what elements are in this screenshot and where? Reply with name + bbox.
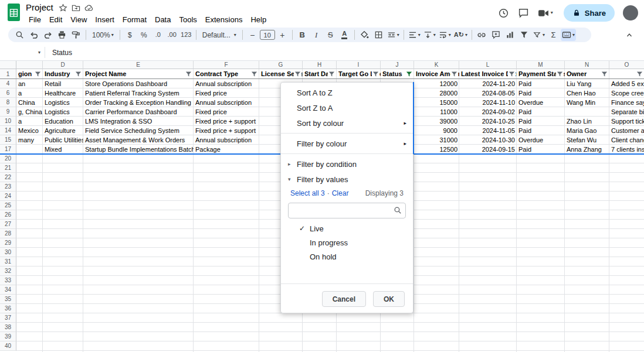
borders-button[interactable] <box>372 29 385 41</box>
column-filter-button-D[interactable] <box>74 70 82 78</box>
cell-D15[interactable]: Public Utilities <box>43 135 83 145</box>
cell-K4[interactable]: 12000 <box>414 79 459 88</box>
format-currency-button[interactable]: $ <box>123 29 137 41</box>
zoom-selector[interactable]: 100% ▾ <box>89 29 117 41</box>
cell-D4[interactable]: Retail <box>43 79 83 88</box>
paint-format-button[interactable] <box>69 29 83 41</box>
text-color-button[interactable]: A <box>338 29 351 41</box>
header-cell-F[interactable]: Contract Type <box>194 69 259 79</box>
column-filter-button-E[interactable] <box>185 70 192 78</box>
column-letter-N[interactable]: N <box>565 61 609 69</box>
cell-N8[interactable]: Wang Min <box>565 98 609 107</box>
cell-partial14[interactable]: Mexico <box>16 126 43 135</box>
format-percent-button[interactable]: % <box>137 29 151 41</box>
cell-O10[interactable]: Support tick <box>609 117 644 126</box>
menus-search-button[interactable] <box>13 29 26 41</box>
column-letter-G[interactable]: G <box>259 61 303 69</box>
row-header-32[interactable]: 32 <box>0 266 16 276</box>
menu-format[interactable]: Format <box>118 14 151 25</box>
cell-K14[interactable]: 9000 <box>414 126 459 135</box>
column-letter-J[interactable]: J <box>381 61 414 69</box>
insert-comment-button[interactable] <box>489 29 503 41</box>
bold-button[interactable]: B <box>296 29 309 41</box>
menu-data[interactable]: Data <box>151 14 175 25</box>
column-letter-L[interactable]: L <box>459 61 517 69</box>
column-letter-H[interactable]: H <box>303 61 337 69</box>
row-header-30[interactable]: 30 <box>0 248 16 257</box>
text-rotation-button[interactable]: A↻ ▾ <box>453 29 469 41</box>
sheets-logo-icon[interactable] <box>6 2 22 23</box>
cell-L15[interactable]: 2024-10-30 <box>459 135 517 145</box>
strikethrough-button[interactable]: S <box>324 29 337 41</box>
cell-partial10[interactable]: a <box>16 117 43 126</box>
row-header-20[interactable]: 20 <box>0 154 16 163</box>
cloud-saved-icon[interactable] <box>84 4 93 12</box>
vertical-align-button[interactable]: ▾ <box>422 29 437 41</box>
cell-O4[interactable]: Added 5 extr <box>609 79 644 88</box>
fill-color-button[interactable] <box>358 29 371 41</box>
menu-item-filter-by-colour[interactable]: Filter by colour ▸ <box>281 136 413 151</box>
column-filter-button-H[interactable] <box>328 70 335 78</box>
cell-D9[interactable]: Logistics <box>43 107 83 117</box>
cell-E9[interactable]: Carrier Performance Dashboard <box>83 107 194 117</box>
row-header-39[interactable]: 39 <box>0 332 16 341</box>
meet-video-icon[interactable]: ▾ <box>538 7 555 19</box>
ok-button[interactable]: OK <box>373 291 405 307</box>
cell-F8[interactable]: Annual subscription <box>194 98 259 107</box>
column-filter-button-partial[interactable] <box>34 70 42 78</box>
cell-L17[interactable]: 2024-09-15 <box>459 145 517 154</box>
font-family-selector[interactable]: Default... ▾ <box>199 29 239 41</box>
cell-E14[interactable]: Field Service Scheduling System <box>83 126 194 135</box>
cell-L6[interactable]: 2024-08-05 <box>459 88 517 98</box>
row-header-27[interactable]: 27 <box>0 220 16 229</box>
cell-N17[interactable]: Anna Zhang <box>565 145 609 154</box>
header-cell-E[interactable]: Project Name <box>83 69 194 79</box>
row-header-17[interactable]: 17 <box>0 145 16 154</box>
row-header-37[interactable]: 37 <box>0 313 16 323</box>
row-header-33[interactable]: 33 <box>0 276 16 285</box>
column-letter-D[interactable]: D <box>43 61 83 69</box>
insert-link-button[interactable] <box>475 29 489 41</box>
name-box[interactable]: ▾ <box>0 45 45 60</box>
more-formats-button[interactable]: 123 <box>179 29 193 41</box>
cell-L10[interactable]: 2024-10-25 <box>459 117 517 126</box>
create-filter-button[interactable] <box>517 29 531 41</box>
cell-M9[interactable]: Paid <box>517 107 565 117</box>
filter-value-option-live[interactable]: ✓ Live <box>281 221 413 235</box>
filter-views-button[interactable]: ▾ <box>531 29 546 41</box>
row-header-29[interactable]: 29 <box>0 238 16 248</box>
cell-E8[interactable]: Order Tracking & Exception Handling <box>83 98 194 107</box>
share-button[interactable]: Share <box>564 4 615 22</box>
menu-item-sort-z-to-a[interactable]: Sort Z to A <box>281 100 413 115</box>
version-history-icon[interactable] <box>498 7 510 19</box>
cell-O8[interactable]: Finance says <box>609 98 644 107</box>
column-filter-button-K[interactable] <box>450 70 458 78</box>
row-header-8[interactable]: 8 <box>0 98 16 107</box>
row-header-6[interactable]: 6 <box>0 88 16 98</box>
cell-L4[interactable]: 2024-11-20 <box>459 79 517 88</box>
menu-edit[interactable]: Edit <box>45 14 66 25</box>
cell-F15[interactable]: Annual subscription <box>194 135 259 145</box>
row-header-15[interactable]: 15 <box>0 135 16 145</box>
menu-item-sort-a-to-z[interactable]: Sort A to Z <box>281 85 413 100</box>
row-header-14[interactable]: 14 <box>0 126 16 135</box>
row-header-36[interactable]: 36 <box>0 304 16 313</box>
document-title[interactable]: Project <box>25 2 55 13</box>
cell-D10[interactable]: Education <box>43 117 83 126</box>
filter-search-input[interactable] <box>288 203 406 218</box>
cell-L9[interactable]: 2024-09-02 <box>459 107 517 117</box>
menu-insert[interactable]: Insert <box>91 14 118 25</box>
menu-item-filter-by-condition[interactable]: ▸ Filter by condition <box>281 156 413 172</box>
cell-K9[interactable]: 11000 <box>414 107 459 117</box>
row-header-23[interactable]: 23 <box>0 182 16 192</box>
column-filter-button-J-active[interactable] <box>405 70 413 78</box>
row-header-10[interactable]: 10 <box>0 117 16 126</box>
text-wrap-button[interactable]: ▾ <box>438 29 452 41</box>
functions-button[interactable]: Σ <box>547 29 560 41</box>
column-letter-partial[interactable] <box>16 61 43 69</box>
menu-view[interactable]: View <box>66 14 91 25</box>
column-filter-button-M[interactable] <box>556 70 564 78</box>
cell-F4[interactable]: Annual subscription <box>194 79 259 88</box>
column-letter-O[interactable]: O <box>609 61 644 69</box>
select-all-corner[interactable] <box>0 61 16 69</box>
